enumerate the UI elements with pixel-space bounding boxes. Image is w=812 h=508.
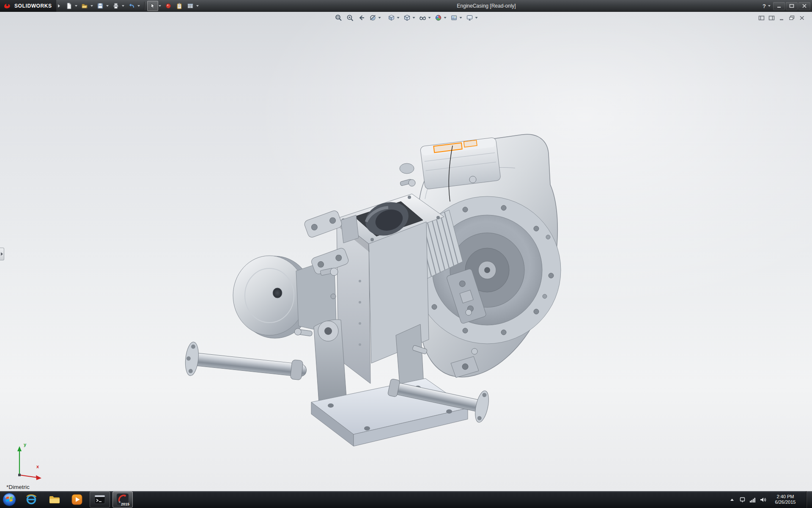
options-caret-icon[interactable] <box>196 5 199 7</box>
orientation-triad: y x <box>5 442 47 480</box>
pane-left-icon <box>758 15 765 21</box>
close-icon <box>802 4 807 8</box>
internet-explorer-icon <box>25 493 38 506</box>
appearance-caret-icon[interactable] <box>444 17 447 19</box>
show-desktop-button[interactable] <box>806 491 812 508</box>
solidworks-logo-icon <box>3 2 12 10</box>
main-toolbar <box>63 1 200 11</box>
minimize-icon <box>776 4 782 8</box>
toolbar-separator <box>144 2 145 10</box>
brand-text: SOLIDWORKS <box>14 3 52 9</box>
view-settings-icon <box>466 14 473 22</box>
doc-restore-icon <box>789 15 795 21</box>
zoom-to-area-button[interactable] <box>344 13 356 22</box>
apply-scene-caret-icon[interactable] <box>460 17 462 19</box>
new-document-button[interactable] <box>63 1 74 11</box>
doc-restore-button[interactable] <box>788 14 796 22</box>
previous-view-button[interactable] <box>356 13 367 22</box>
triad-x-label: x <box>36 464 39 469</box>
maximize-button[interactable] <box>786 2 798 10</box>
menu-expander-icon[interactable] <box>58 4 60 8</box>
pane-right-icon <box>768 15 775 21</box>
media-player-icon <box>71 493 83 506</box>
expand-panel-arrow-icon <box>1 252 3 256</box>
open-folder-icon <box>81 2 88 10</box>
app-logo[interactable]: SOLIDWORKS <box>0 0 56 12</box>
doc-minimize-button[interactable] <box>778 14 786 22</box>
display-style-button[interactable] <box>401 13 413 22</box>
save-icon <box>96 2 104 10</box>
taskbar-item-file-explorer[interactable] <box>44 491 64 508</box>
previous-view-icon <box>357 14 365 22</box>
section-view-button[interactable] <box>367 13 379 22</box>
taskbar-item-media-player[interactable] <box>67 491 87 508</box>
file-properties-icon <box>176 2 183 10</box>
pane-left-button[interactable] <box>757 14 765 22</box>
taskbar-clock[interactable]: 2:40 PM 6/26/2015 <box>770 494 801 505</box>
select-button[interactable] <box>147 1 158 11</box>
new-document-icon <box>65 2 73 10</box>
engine-casing-model[interactable] <box>0 12 812 491</box>
network-icon[interactable] <box>749 497 756 503</box>
zoom-to-area-icon <box>346 14 354 22</box>
save-button[interactable] <box>95 1 106 11</box>
doc-minimize-icon <box>779 15 785 21</box>
view-settings-button[interactable] <box>464 13 475 22</box>
options-button[interactable] <box>185 1 196 11</box>
clock-time: 2:40 PM <box>770 494 801 500</box>
apply-scene-icon <box>450 14 458 22</box>
display-style-caret-icon[interactable] <box>413 17 415 19</box>
zoom-to-fit-button[interactable] <box>333 13 344 22</box>
zoom-to-fit-icon <box>335 14 342 22</box>
feature-panel-handle[interactable] <box>0 248 4 260</box>
edit-appearance-button[interactable] <box>433 13 444 22</box>
solidworks-year-badge: 2015 <box>121 502 129 506</box>
close-button[interactable] <box>798 2 810 10</box>
taskbar-item-solidworks[interactable]: 2015 <box>112 491 133 508</box>
action-center-icon[interactable] <box>739 497 746 503</box>
file-explorer-folder-icon <box>48 493 60 506</box>
view-orientation-button[interactable] <box>386 13 397 22</box>
taskbar-item-command-prompt[interactable] <box>90 491 110 508</box>
save-caret-icon[interactable] <box>106 5 109 7</box>
undo-caret-icon[interactable] <box>137 5 140 7</box>
window-title: EngineCasing [Read-only] <box>423 3 550 9</box>
open-caret-icon[interactable] <box>91 5 93 7</box>
show-hidden-icons-button[interactable] <box>729 497 735 502</box>
minimize-button[interactable] <box>773 2 785 10</box>
hide-show-caret-icon[interactable] <box>428 17 431 19</box>
maximize-icon <box>789 4 794 8</box>
start-button[interactable] <box>0 491 19 508</box>
taskbar: 2015 2:40 PM 6/26/2015 <box>0 491 812 508</box>
help-button[interactable]: ? <box>762 3 767 9</box>
triad-axes-icon <box>5 442 47 480</box>
view-settings-caret-icon[interactable] <box>475 17 478 19</box>
apply-scene-button[interactable] <box>448 13 460 22</box>
doc-close-button[interactable] <box>798 14 806 22</box>
section-view-caret-icon[interactable] <box>379 17 381 19</box>
undo-icon <box>128 2 135 10</box>
window-controls: ? <box>762 0 810 12</box>
system-tray: 2:40 PM 6/26/2015 <box>729 491 812 508</box>
help-caret-icon[interactable] <box>768 5 771 7</box>
taskbar-item-internet-explorer[interactable] <box>21 491 41 508</box>
print-caret-icon[interactable] <box>122 5 124 7</box>
volume-icon[interactable] <box>760 497 766 503</box>
file-properties-button[interactable] <box>174 1 185 11</box>
open-button[interactable] <box>79 1 90 11</box>
heads-up-view-toolbar <box>333 13 480 22</box>
view-orientation-caret-icon[interactable] <box>397 17 400 19</box>
new-document-caret-icon[interactable] <box>75 5 77 7</box>
rebuild-button[interactable] <box>163 1 174 11</box>
undo-button[interactable] <box>126 1 137 11</box>
select-caret-icon[interactable] <box>159 5 161 7</box>
doc-close-icon <box>799 15 805 21</box>
options-icon <box>187 2 194 10</box>
pane-right-button[interactable] <box>768 14 776 22</box>
graphics-viewport[interactable]: y x *Dimetric <box>0 12 812 491</box>
view-orientation-cube-icon <box>387 14 395 22</box>
print-button[interactable] <box>110 1 121 11</box>
triad-y-label: y <box>24 442 26 447</box>
hide-show-items-button[interactable] <box>417 13 428 22</box>
command-prompt-icon <box>93 493 106 506</box>
